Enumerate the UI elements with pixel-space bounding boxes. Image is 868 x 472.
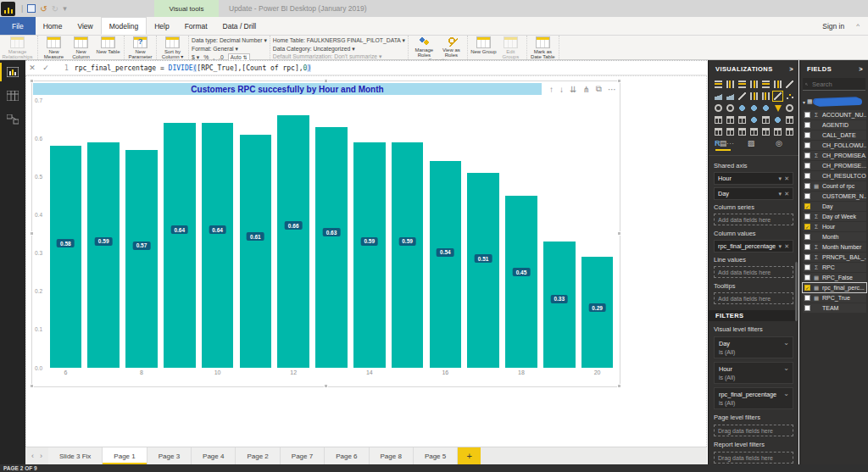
page-tab-slide-3-fix[interactable]: Slide 3 Fix <box>48 447 103 464</box>
well-placeholder[interactable]: Add data fields here <box>714 266 793 278</box>
field-row-hour[interactable]: ✓ΣHour <box>803 222 866 231</box>
bar-hour-13[interactable]: 0.63 <box>315 127 348 368</box>
field-checkbox[interactable] <box>804 214 810 219</box>
chart-visual[interactable]: Customers RPC succesfully by Hour and Mo… <box>31 81 620 387</box>
menu-tab-file[interactable]: File <box>0 17 36 35</box>
collapse-fields-icon[interactable]: > <box>859 65 863 73</box>
format-control[interactable]: % <box>203 54 209 60</box>
bar-hour-6[interactable]: 0.58 <box>50 146 82 368</box>
ribbon-button-manage-roles[interactable]: Manage Roles <box>411 36 437 58</box>
visual-type-map[interactable] <box>748 103 760 114</box>
field-row-month[interactable]: Month <box>803 232 866 242</box>
field-checkbox[interactable]: ✓ <box>804 203 810 209</box>
new-page-button[interactable]: + <box>458 447 481 464</box>
ribbon-button-new-measure[interactable]: New Measure <box>41 36 67 59</box>
qat-dropdown-icon[interactable]: ▾ <box>63 4 67 13</box>
resize-handle[interactable] <box>324 384 328 388</box>
ribbon-button-new-group[interactable]: New Group <box>470 36 497 54</box>
menu-tab-view[interactable]: View <box>70 17 100 35</box>
page-nav-back-icon[interactable]: ‹ <box>31 452 34 460</box>
viz-tab-analytics[interactable]: ◎ <box>771 139 787 151</box>
ribbon-button-new-column[interactable]: New Column <box>68 36 94 59</box>
visual-type-q-and-a[interactable] <box>760 126 771 137</box>
field-checkbox[interactable] <box>804 234 810 240</box>
drill-up-icon[interactable]: ↑ <box>549 85 554 94</box>
menu-tab-home[interactable]: Home <box>36 17 70 35</box>
filter-expand-icon[interactable]: ⌄ <box>783 364 789 372</box>
visual-type-gauge-circle[interactable] <box>784 103 795 114</box>
formula-cancel-icon[interactable]: ✕ <box>25 64 39 72</box>
save-icon[interactable] <box>27 4 36 13</box>
resize-handle[interactable] <box>30 384 34 388</box>
field-row-rpc-final-perc[interactable]: ✓▦rpc_final_perc... <box>803 283 866 292</box>
chip-remove-icon[interactable]: ✕ <box>784 191 789 197</box>
visual-type-line-chart[interactable] <box>784 79 795 90</box>
field-row-customer-n[interactable]: CUSTOMER_N... <box>803 192 866 201</box>
well-placeholder[interactable]: Add data fields here <box>714 292 793 304</box>
visual-type-shape-map[interactable] <box>748 114 760 125</box>
well-placeholder[interactable]: Add data fields here <box>714 214 793 225</box>
chip-remove-icon[interactable]: ✕ <box>784 243 789 250</box>
field-row-ch-followu[interactable]: CH_FOLLOWU... <box>803 141 866 150</box>
menu-tab-modeling[interactable]: Modeling <box>101 17 147 35</box>
field-checkbox[interactable] <box>804 305 810 311</box>
visual-type-kpi[interactable] <box>737 114 748 125</box>
visual-type-stacked-column-chart[interactable] <box>725 79 736 90</box>
visual-type-clustered-column-chart[interactable] <box>748 79 760 90</box>
ribbon-button-new-parameter[interactable]: New Parameter <box>127 36 153 59</box>
field-checkbox[interactable]: ✓ <box>804 285 810 291</box>
field-checkbox[interactable] <box>804 264 810 270</box>
visual-type-stacked-area-chart[interactable] <box>725 91 736 102</box>
field-checkbox[interactable] <box>804 275 810 280</box>
visual-type-filled-map[interactable] <box>760 103 771 114</box>
bar-hour-11[interactable]: 0.61 <box>240 135 272 368</box>
visual-type-python-visual[interactable] <box>748 126 760 137</box>
field-row-prncpl-bal[interactable]: ΣPRNCPL_BAL_... <box>803 253 866 262</box>
search-input[interactable] <box>810 80 863 89</box>
field-checkbox[interactable] <box>804 163 810 169</box>
chip-remove-icon[interactable]: ✕ <box>784 175 789 182</box>
expand-all-icon[interactable]: ⋔ <box>582 85 589 94</box>
ribbon-field-formatting[interactable]: Format: General ▾ <box>192 46 267 53</box>
resize-handle[interactable] <box>617 384 621 388</box>
field-checkbox[interactable] <box>804 153 810 158</box>
bar-hour-8[interactable]: 0.57 <box>125 150 158 368</box>
page-tab-page-1[interactable]: Page 1 <box>103 447 147 464</box>
visual-type-pie-chart[interactable] <box>713 103 724 114</box>
bar-hour-17[interactable]: 0.51 <box>467 173 499 368</box>
bar-hour-9[interactable]: 0.64 <box>164 123 196 368</box>
dax-formula[interactable]: rpc_final_percentage = DIVIDE([RPC_True]… <box>75 64 311 72</box>
resize-handle[interactable] <box>30 231 34 236</box>
field-checkbox[interactable]: ✓ <box>804 224 810 230</box>
collapse-panel-icon[interactable]: > <box>789 65 793 73</box>
ribbon-field-properties[interactable]: Home Table: FAULKNERSG FINAL_PILOT_DATA … <box>273 37 405 44</box>
visual-type-treemap[interactable] <box>737 103 748 114</box>
visual-type-card[interactable] <box>713 114 724 125</box>
filter-card-day[interactable]: Dayis (All)⌄ <box>714 336 793 358</box>
field-checkbox[interactable] <box>804 244 810 250</box>
chip-dropdown-icon[interactable]: ▾ <box>779 175 782 182</box>
field-chip-rpc-final-percentage[interactable]: rpc_final_percentage▾✕ <box>714 240 793 253</box>
field-checkbox[interactable] <box>804 122 810 128</box>
data-view-button[interactable] <box>0 84 25 108</box>
page-tab-page-6[interactable]: Page 6 <box>325 447 369 464</box>
field-row-call-date[interactable]: CALL_DATE <box>803 130 866 140</box>
page-tab-page-2[interactable]: Page 2 <box>236 447 280 464</box>
chip-dropdown-icon[interactable]: ▾ <box>779 243 782 250</box>
ribbon-field-properties[interactable]: Data Category: Uncategorized ▾ <box>273 46 405 53</box>
redo-icon[interactable]: ↻ <box>52 4 58 14</box>
page-tab-page-7[interactable]: Page 7 <box>281 447 325 464</box>
visual-type-scatter-chart[interactable] <box>784 91 795 102</box>
ribbon-button-manage-relationships[interactable]: Manage Relationships <box>4 36 31 59</box>
visual-type-waterfall-chart[interactable] <box>760 91 771 102</box>
field-chip-hour[interactable]: Hour▾✕ <box>714 172 793 185</box>
visual-type-ribbon-chart[interactable] <box>748 91 760 102</box>
field-checkbox[interactable] <box>804 295 810 301</box>
bar-hour-15[interactable]: 0.59 <box>392 142 424 368</box>
visual-type-key-influencers[interactable] <box>725 126 736 137</box>
resize-handle[interactable] <box>30 79 34 83</box>
field-row-agentid[interactable]: AGENTID <box>803 120 866 130</box>
visual-type-matrix-2[interactable] <box>784 126 795 137</box>
ribbon-button-sort-by-column[interactable]: Sort by Column ▾ <box>159 36 186 59</box>
filter-expand-icon[interactable]: ⌄ <box>783 390 789 397</box>
